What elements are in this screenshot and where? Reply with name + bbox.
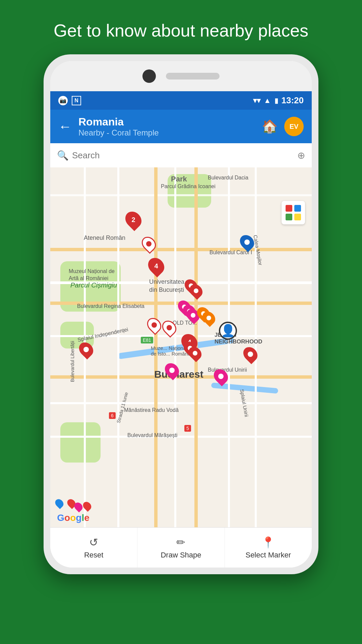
app-bar: ← Romania Nearby - Coral Temple 🏠 EV [50, 110, 312, 143]
label-ateneu: Ateneul Român [84, 234, 125, 241]
app-title: Romania [78, 116, 262, 128]
phone-device: 📷 N ▾▾ ▲ ▮ 13:20 ← Romania Nearby - Cor [44, 54, 318, 574]
marker-red-b2[interactable] [189, 346, 201, 360]
marker-red-far-left[interactable] [80, 342, 93, 357]
search-bar: 🔍 ⊕ [50, 143, 312, 167]
search-icon: 🔍 [57, 150, 69, 161]
label-dacia: Bulevardul Dacia [208, 175, 248, 181]
signal-icon: ▲ [264, 96, 271, 105]
google-letter-e: e [84, 513, 89, 523]
draw-shape-icon: ✏ [176, 536, 185, 549]
marker-cluster-2[interactable]: 2 [126, 211, 141, 228]
app-bar-actions: 🏠 EV [262, 117, 304, 136]
home-icon[interactable]: 🏠 [262, 119, 278, 134]
battery-icon: ▮ [275, 97, 278, 105]
road-sign-5: 5 [184, 425, 191, 432]
grid-dot-4 [294, 214, 301, 220]
google-wordmark: G o o g l e [57, 513, 89, 523]
park-south [60, 422, 101, 463]
road-h7 [50, 402, 312, 404]
phone-top-hardware [50, 61, 312, 91]
app-bar-title-group: Romania Nearby - Coral Temple [78, 116, 262, 138]
label-cismigiu: Parcul Cișmigiu [70, 281, 117, 289]
status-icons-right: ▾▾ ▲ ▮ 13:20 [253, 95, 304, 106]
phone-screen: 📷 N ▾▾ ▲ ▮ 13:20 ← Romania Nearby - Cor [50, 61, 312, 568]
google-letter-g: G [57, 513, 64, 523]
camera-icon: 📷 [58, 96, 68, 105]
label-manastirea: Mănăstirea Radu Vodă [124, 407, 179, 413]
google-letter-l: l [81, 513, 84, 523]
app-subtitle: Nearby - Coral Temple [78, 128, 262, 138]
select-marker-label: Select Marker [245, 551, 291, 559]
google-letter-o2: o [70, 513, 76, 523]
marker-red-left-2[interactable] [163, 320, 176, 335]
search-input[interactable] [72, 150, 294, 161]
grid-dot-1 [286, 205, 292, 212]
marker-white-1[interactable] [142, 236, 155, 252]
road-h1 [50, 194, 312, 196]
marker-pink-lower-2[interactable] [215, 369, 227, 384]
label-muzeu-arta: Muzeul Național deArtă al României [69, 268, 115, 282]
marker-cluster-4-top[interactable]: 4 [149, 257, 164, 275]
camera [142, 69, 156, 83]
ev-badge[interactable]: EV [284, 117, 304, 136]
road-sign-e81: E81 [141, 337, 153, 343]
status-bar: 📷 N ▾▾ ▲ ▮ 13:20 [50, 91, 312, 110]
select-marker-icon: 📍 [261, 536, 275, 549]
marker-red-right[interactable] [244, 346, 257, 362]
n-icon: N [72, 96, 81, 105]
header-title: Get to know about nearby places [27, 0, 335, 54]
google-letter-o1: o [64, 513, 70, 523]
label-gradina-icoanei: Parcul Grădina Icoanei [161, 183, 216, 190]
back-button[interactable]: ← [58, 119, 72, 134]
label-universitatea: Universitateadin Bu­curești [149, 278, 184, 294]
wifi-icon: ▾▾ [253, 96, 260, 105]
nav-reset[interactable]: ↺ Reset [50, 528, 137, 568]
label-carol: Bulevardul Carol I [209, 250, 252, 256]
marker-red-2[interactable] [190, 284, 202, 298]
grid-dot-2 [294, 205, 301, 212]
google-logo-area: G o o g l e [56, 499, 91, 523]
map-area[interactable]: Park Parcul Grădina Icoanei Bulevardul D… [50, 167, 312, 527]
marker-red-left-1[interactable] [148, 317, 161, 333]
road-h8 [50, 436, 312, 438]
road-sign-6: 6 [109, 412, 116, 419]
draw-shape-label: Draw Shape [161, 551, 201, 559]
grid-layers-button[interactable] [282, 201, 305, 224]
label-libertate: Bulevardul Libertății [70, 341, 75, 382]
label-elisabeta: Bulevardul Regina Elisabeta [77, 303, 144, 309]
road-v5 [228, 167, 230, 527]
label-park: Park [171, 175, 187, 183]
marker-person[interactable]: 👤 [219, 322, 237, 340]
time-display: 13:20 [282, 95, 304, 106]
nav-select-marker[interactable]: 📍 Select Marker [225, 528, 312, 568]
reset-icon: ↺ [89, 536, 98, 549]
marker-orange-2[interactable] [203, 311, 215, 325]
status-icons-left: 📷 N [58, 96, 81, 105]
location-icon[interactable]: ⊕ [297, 150, 305, 161]
label-marasesti: Bulevardul Mărășești [127, 432, 177, 438]
road-carol [50, 248, 312, 251]
label-unirii: Bulevardul Unirii [208, 367, 247, 373]
reset-label: Reset [84, 551, 103, 559]
bottom-nav: ↺ Reset ✏ Draw Shape 📍 Select Marker [50, 527, 312, 568]
header-section: Get to know about nearby places [27, 0, 335, 54]
road-v1 [117, 167, 119, 527]
nav-draw-shape[interactable]: ✏ Draw Shape [137, 528, 225, 568]
google-pins-cluster [56, 499, 91, 511]
speaker [166, 73, 220, 79]
marker-blue-1[interactable] [241, 234, 253, 250]
grid-dot-3 [286, 214, 292, 220]
google-letter-g2: g [76, 513, 81, 523]
marker-pink-lower-1[interactable] [166, 363, 178, 378]
